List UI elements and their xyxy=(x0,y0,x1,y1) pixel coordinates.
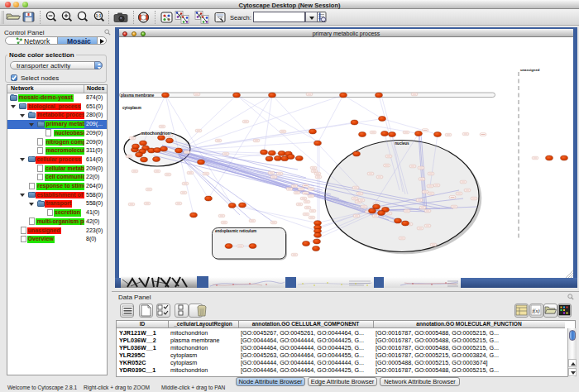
svg-text:f(x): f(x) xyxy=(532,308,539,314)
svg-text:cytoplasm: cytoplasm xyxy=(122,106,141,110)
svg-text:plasma membrane: plasma membrane xyxy=(121,93,155,98)
svg-text:unassigned: unassigned xyxy=(520,68,540,72)
svg-text:endoplasmic reticulum: endoplasmic reticulum xyxy=(215,229,256,233)
svg-text:mitochondrion: mitochondrion xyxy=(141,131,170,136)
svg-text:1:1: 1:1 xyxy=(96,14,102,18)
svg-text:nucleus: nucleus xyxy=(395,141,409,146)
